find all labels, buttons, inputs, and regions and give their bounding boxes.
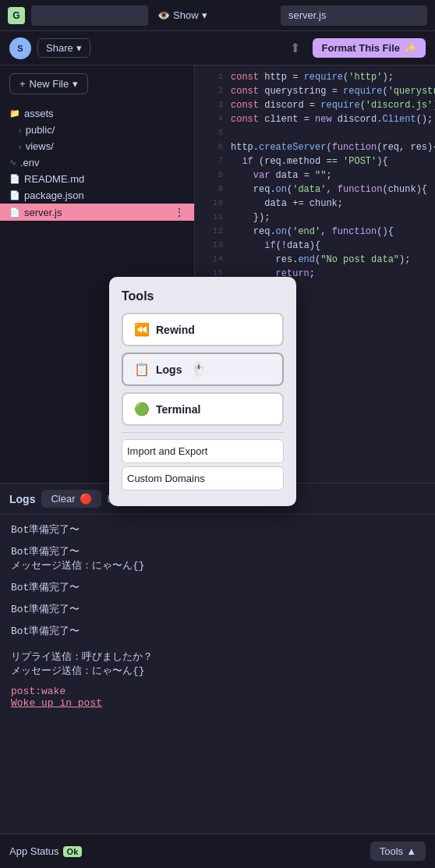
code-line: 6http.createServer(function(req, res){ <box>195 142 435 156</box>
code-line: 4const client = new discord.Client(); <box>195 114 435 128</box>
log-entry: Bot準備完了〜メッセージ送信：にゃ〜ん{} <box>11 544 424 572</box>
sidebar-item-public[interactable]: › public/ <box>0 122 194 138</box>
sidebar-item-env[interactable]: ∿ .env <box>0 154 194 171</box>
logs-content: Bot準備完了〜 Bot準備完了〜メッセージ送信：にゃ〜ん{} Bot準備完了〜… <box>0 515 435 834</box>
terminal-icon: 🟢 <box>134 402 150 416</box>
logs-panel: Logs Clear 🔴 Debugger → Bot準備完了〜 Bot準備完了… <box>0 483 435 834</box>
chevron-down-icon: ▾ <box>72 78 78 90</box>
avatar-button[interactable]: S <box>9 37 31 59</box>
log-entry: Bot準備完了〜 <box>11 580 424 594</box>
plus-icon: + <box>19 78 26 90</box>
show-button[interactable]: 👁️ Show ▾ <box>157 9 207 21</box>
code-line: 14 res.end("No post data"); <box>195 254 435 268</box>
file-icon: 📄 <box>9 190 20 200</box>
code-line: 12 req.on('end', function(){ <box>195 226 435 240</box>
sidebar-item-server-js[interactable]: 📄 server.js ⋮ <box>0 204 194 221</box>
code-line: 13 if(!data){ <box>195 240 435 254</box>
rewind-button[interactable]: ⏪ Rewind <box>122 313 284 346</box>
sidebar-item-assets[interactable]: 📁 assets <box>0 105 194 122</box>
tools-divider <box>122 432 284 433</box>
log-entry: Bot準備完了〜 <box>11 602 424 616</box>
app-status: App Status Ok <box>9 845 82 857</box>
terminal-button[interactable]: 🟢 Terminal <box>122 392 284 426</box>
status-ok-badge: Ok <box>63 846 83 857</box>
sidebar-item-views[interactable]: › views/ <box>0 138 194 154</box>
sparkle-icon: ✨ <box>404 42 416 54</box>
eye-icon: 👁️ <box>157 9 170 21</box>
file-icon: 📄 <box>9 207 20 218</box>
sidebar-item-readme[interactable]: 📄 README.md <box>0 171 194 187</box>
new-file-button[interactable]: + New File ▾ <box>9 73 88 94</box>
logs-clear-button[interactable]: Clear 🔴 <box>41 490 101 508</box>
code-line: 1const http = require('http'); <box>195 72 435 86</box>
project-title-input[interactable] <box>31 5 148 26</box>
filename-display[interactable] <box>281 5 427 26</box>
format-file-button[interactable]: Format This File ✨ <box>313 38 426 58</box>
custom-domains-button[interactable]: Custom Domains <box>122 466 284 491</box>
rewind-icon: ⏪ <box>134 322 150 337</box>
sidebar-new-file-area: + New File ▾ <box>0 66 194 102</box>
clear-icon: 🔴 <box>80 493 92 505</box>
bottom-bar: App Status Ok Tools ▲ <box>0 834 435 868</box>
chevron-icon: › <box>19 142 22 151</box>
chevron-up-icon: ▲ <box>406 845 416 857</box>
file-icon: ∿ <box>9 158 16 168</box>
code-line: 11 }); <box>195 212 435 226</box>
logs-icon: 📋 <box>134 362 150 377</box>
code-line: 5 <box>195 128 435 142</box>
chevron-down-icon: ▾ <box>202 9 207 21</box>
logs-panel-title: Logs <box>9 493 35 505</box>
upload-button[interactable]: ⬆ <box>290 41 300 55</box>
tools-tab-button[interactable]: Tools ▲ <box>370 841 426 861</box>
app-logo: G <box>8 7 25 24</box>
folder-icon: 📁 <box>9 108 20 119</box>
log-entry: post:wakeWoke up in post <box>11 686 424 709</box>
tools-popup: Tools ⏪ Rewind 📋 Logs 🖱️ 🟢 Terminal Impo… <box>109 277 296 506</box>
sidebar-item-package-json[interactable]: 📄 package.json <box>0 187 194 204</box>
more-icon: ⋮ <box>174 206 185 218</box>
code-line: 10 data += chunk; <box>195 198 435 212</box>
tools-title: Tools <box>122 289 284 303</box>
import-export-button[interactable]: Import and Export <box>122 439 284 463</box>
file-icon: 📄 <box>9 174 20 184</box>
code-line: 2const querystring = require('querystr <box>195 86 435 100</box>
log-entry: Bot準備完了〜 <box>11 523 424 537</box>
log-entry: Bot準備完了〜リプライ送信：呼びましたか？メッセージ送信：にゃ〜ん{} <box>11 624 424 678</box>
cursor-indicator: 🖱️ <box>191 362 207 377</box>
second-bar: S Share ▾ ⬆ Format This File ✨ <box>0 31 435 66</box>
chevron-down-icon: ▾ <box>76 42 82 54</box>
code-line: 3const discord = require('discord.js') <box>195 100 435 114</box>
share-button[interactable]: Share ▾ <box>37 38 90 58</box>
logs-button[interactable]: 📋 Logs 🖱️ <box>122 353 284 386</box>
code-line: 7 if (req.method == 'POST'){ <box>195 156 435 170</box>
code-line: 8 var data = ""; <box>195 170 435 184</box>
code-line: 9 req.on('data', function(chunk){ <box>195 184 435 198</box>
top-bar: G 👁️ Show ▾ <box>0 0 435 31</box>
chevron-icon: › <box>19 126 22 135</box>
